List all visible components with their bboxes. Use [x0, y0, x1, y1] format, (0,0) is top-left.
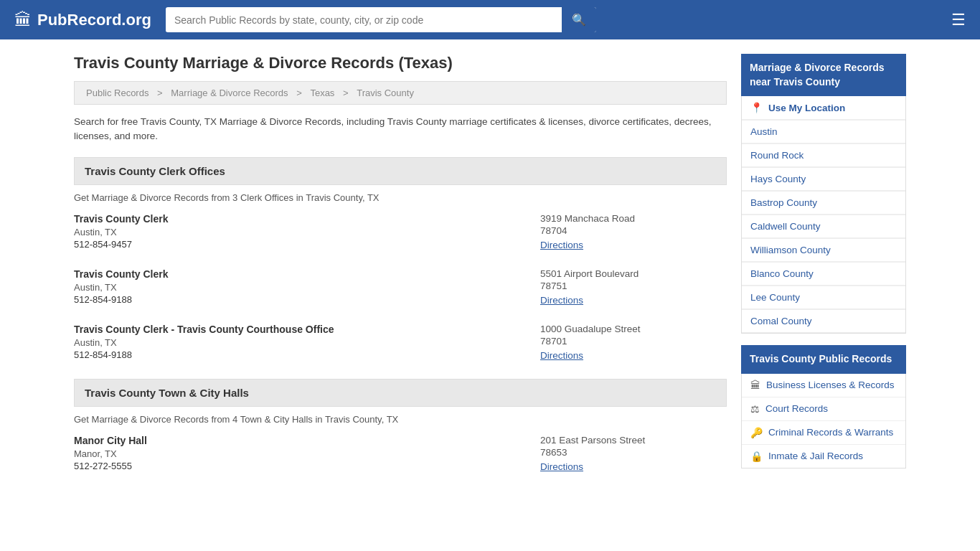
logo-text: PubRecord.org: [37, 11, 151, 29]
use-my-location-link[interactable]: 📍 Use My Location: [742, 96, 905, 120]
clerk-office-3-directions[interactable]: Directions: [540, 350, 583, 361]
clerk-office-3-street: 1000 Guadalupe Street: [540, 324, 727, 334]
nearby-williamson-county[interactable]: Williamson County: [742, 239, 905, 263]
main-content: Travis County Marriage & Divorce Records…: [74, 54, 727, 490]
clerk-office-3-zip: 78701: [540, 336, 727, 347]
criminal-icon: 🔑: [750, 427, 763, 438]
records-inmate-label: Inmate & Jail Records: [768, 451, 863, 461]
clerk-office-1: Travis County Clerk Austin, TX 512-854-9…: [74, 213, 727, 251]
nearby-lee-county[interactable]: Lee County: [742, 286, 905, 310]
cityhall-office-1-city: Manor, TX: [74, 448, 540, 459]
nearby-comal-county[interactable]: Comal County: [742, 310, 905, 333]
clerk-office-2: Travis County Clerk Austin, TX 512-854-9…: [74, 268, 727, 306]
records-court-link[interactable]: ⚖ Court Records: [742, 397, 905, 420]
breadcrumb-public-records[interactable]: Public Records: [86, 88, 149, 98]
nearby-list: 📍 Use My Location Austin Round Rock Hays…: [741, 96, 906, 334]
cityhall-office-1-zip: 78653: [540, 447, 727, 458]
breadcrumb-travis[interactable]: Travis County: [357, 88, 414, 98]
clerk-office-3-right: 1000 Guadalupe Street 78701 Directions: [540, 324, 727, 362]
use-my-location-label: Use My Location: [768, 103, 845, 113]
records-criminal-link[interactable]: 🔑 Criminal Records & Warrants: [742, 421, 905, 444]
clerk-office-2-name: Travis County Clerk: [74, 268, 540, 280]
clerk-office-2-street: 5501 Airport Boulevard: [540, 268, 727, 279]
building-icon: 🏛: [14, 10, 32, 30]
search-button[interactable]: 🔍: [562, 7, 596, 32]
cityhall-office-1-left: Manor City Hall Manor, TX 512-272-5555: [74, 435, 540, 473]
records-business-link[interactable]: 🏛 Business Licenses & Records: [742, 374, 905, 397]
breadcrumb-sep3: >: [343, 88, 351, 98]
records-court-label: Court Records: [765, 403, 828, 414]
menu-icon[interactable]: ☰: [951, 11, 966, 29]
nearby-caldwell-county-link[interactable]: Caldwell County: [742, 215, 905, 238]
cityhall-office-1-phone: 512-272-5555: [74, 461, 540, 471]
clerk-office-1-right: 3919 Manchaca Road 78704 Directions: [540, 213, 727, 251]
nearby-hays-county[interactable]: Hays County: [742, 168, 905, 192]
clerk-office-2-directions[interactable]: Directions: [540, 295, 583, 306]
clerk-office-3-phone: 512-854-9188: [74, 349, 540, 360]
nearby-round-rock-link[interactable]: Round Rock: [742, 144, 905, 167]
court-icon: ⚖: [750, 403, 760, 415]
nearby-blanco-county-link[interactable]: Blanco County: [742, 263, 905, 286]
location-icon: 📍: [750, 102, 763, 113]
cityhall-office-1-name: Manor City Hall: [74, 435, 540, 446]
nearby-comal-county-link[interactable]: Comal County: [742, 310, 905, 333]
nearby-austin-link[interactable]: Austin: [742, 121, 905, 143]
clerk-office-3: Travis County Clerk - Travis County Cour…: [74, 324, 727, 362]
nearby-bastrop-county-link[interactable]: Bastrop County: [742, 192, 905, 215]
sidebar: Marriage & Divorce Records near Travis C…: [741, 54, 906, 490]
nearby-caldwell-county[interactable]: Caldwell County: [742, 215, 905, 239]
records-business-label: Business Licenses & Records: [766, 380, 895, 390]
clerk-office-2-right: 5501 Airport Boulevard 78751 Directions: [540, 268, 727, 306]
nearby-lee-county-link[interactable]: Lee County: [742, 286, 905, 309]
breadcrumb: Public Records > Marriage & Divorce Reco…: [74, 81, 727, 105]
clerk-office-1-left: Travis County Clerk Austin, TX 512-854-9…: [74, 213, 540, 251]
clerk-office-2-city: Austin, TX: [74, 282, 540, 293]
clerk-office-1-directions[interactable]: Directions: [540, 240, 583, 250]
clerk-office-2-left: Travis County Clerk Austin, TX 512-854-9…: [74, 268, 540, 306]
clerk-office-2-zip: 78751: [540, 281, 727, 291]
page-title: Travis County Marriage & Divorce Records…: [74, 54, 727, 72]
cityhall-office-1-right: 201 East Parsons Street 78653 Directions: [540, 435, 727, 473]
use-my-location-item[interactable]: 📍 Use My Location: [742, 96, 905, 121]
breadcrumb-marriage-records[interactable]: Marriage & Divorce Records: [171, 88, 288, 98]
clerk-office-3-left: Travis County Clerk - Travis County Cour…: [74, 324, 540, 362]
logo-area[interactable]: 🏛 PubRecord.org: [14, 10, 151, 30]
records-court[interactable]: ⚖ Court Records: [742, 397, 905, 421]
nearby-williamson-county-link[interactable]: Williamson County: [742, 239, 905, 262]
nearby-blanco-county[interactable]: Blanco County: [742, 263, 905, 286]
records-inmate-link[interactable]: 🔒 Inmate & Jail Records: [742, 445, 905, 468]
clerk-office-3-name: Travis County Clerk - Travis County Cour…: [74, 324, 540, 335]
header: 🏛 PubRecord.org 🔍 ☰: [0, 0, 980, 39]
clerk-office-1-street: 3919 Manchaca Road: [540, 213, 727, 224]
breadcrumb-sep1: >: [157, 88, 165, 98]
records-business[interactable]: 🏛 Business Licenses & Records: [742, 374, 905, 397]
nearby-austin[interactable]: Austin: [742, 121, 905, 144]
breadcrumb-sep2: >: [296, 88, 304, 98]
cityhall-section-desc: Get Marriage & Divorce Records from 4 To…: [74, 414, 727, 425]
records-list: 🏛 Business Licenses & Records ⚖ Court Re…: [741, 374, 906, 468]
records-criminal[interactable]: 🔑 Criminal Records & Warrants: [742, 421, 905, 445]
search-bar: 🔍: [166, 7, 596, 32]
records-section-header: Travis County Public Records: [741, 345, 906, 374]
clerk-office-3-city: Austin, TX: [74, 337, 540, 348]
clerk-office-1-city: Austin, TX: [74, 227, 540, 237]
cityhall-section-header: Travis County Town & City Halls: [74, 379, 727, 407]
cityhall-office-1-directions[interactable]: Directions: [540, 461, 583, 472]
records-inmate[interactable]: 🔒 Inmate & Jail Records: [742, 445, 905, 468]
inmate-icon: 🔒: [750, 451, 763, 462]
clerk-office-1-phone: 512-854-9457: [74, 239, 540, 250]
clerk-office-2-phone: 512-854-9188: [74, 294, 540, 305]
search-input[interactable]: [166, 9, 562, 32]
nearby-round-rock[interactable]: Round Rock: [742, 144, 905, 168]
clerk-office-1-name: Travis County Clerk: [74, 213, 540, 225]
content-wrapper: Travis County Marriage & Divorce Records…: [60, 39, 920, 490]
breadcrumb-texas[interactable]: Texas: [310, 88, 334, 98]
records-criminal-label: Criminal Records & Warrants: [768, 427, 893, 438]
cityhall-office-1-street: 201 East Parsons Street: [540, 435, 727, 446]
nearby-section-header: Marriage & Divorce Records near Travis C…: [741, 54, 906, 96]
clerk-office-1-zip: 78704: [540, 225, 727, 236]
nearby-bastrop-county[interactable]: Bastrop County: [742, 192, 905, 215]
clerk-section-desc: Get Marriage & Divorce Records from 3 Cl…: [74, 192, 727, 203]
nearby-hays-county-link[interactable]: Hays County: [742, 168, 905, 191]
cityhall-office-1: Manor City Hall Manor, TX 512-272-5555 2…: [74, 435, 727, 473]
